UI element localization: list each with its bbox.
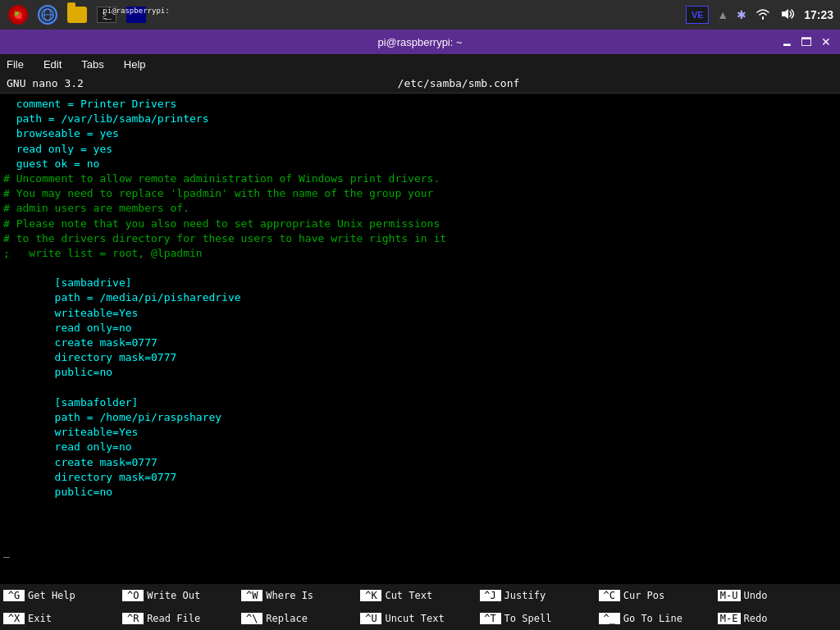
shortcut-label: To Spell <box>504 613 552 624</box>
editor-line: writeable=Yes <box>0 306 840 321</box>
nano-title-left: GNU nano 3.2 <box>7 77 84 89</box>
shortcut-label: Go To Line <box>623 613 682 624</box>
editor-line: # admin users are members of. <box>0 201 840 216</box>
editor-line: # You may need to replace 'lpadmin' with… <box>0 186 840 201</box>
shortcut-label: Justify <box>504 590 546 601</box>
shortcut-key: ^G <box>3 590 25 601</box>
shortcut-label: Cur Pos <box>623 590 665 601</box>
shortcut-label: Where Is <box>266 590 313 601</box>
terminal-titlebar: pi@raspberrypi: ~ 🗕 🗖 ✕ <box>0 30 840 54</box>
shortcut-label: Get Help <box>28 590 75 601</box>
shortcut-key: ^T <box>480 613 501 624</box>
folder-icon[interactable] <box>66 3 89 26</box>
shortcut-row-1: ^GGet Help^OWrite Out^WWhere Is^KCut Tex… <box>0 584 840 607</box>
up-arrow-icon: ▲ <box>717 8 728 21</box>
minimize-button[interactable]: 🗕 <box>779 34 794 49</box>
editor-line: comment = Printer Drivers <box>0 97 840 112</box>
editor-line: create mask=0777 <box>0 336 840 350</box>
shortcut-item[interactable]: ^TTo Spell <box>480 613 599 624</box>
bluetooth-icon: ✱ <box>737 8 746 21</box>
editor-line: path = /var/lib/samba/printers <box>0 112 840 126</box>
editor-line <box>0 261 840 276</box>
editor-line: writeable=Yes <box>0 425 840 440</box>
shortcut-item[interactable]: ^XExit <box>3 613 122 624</box>
shortcut-item[interactable]: ^UUncut Text <box>360 613 479 624</box>
editor-line: [sambadrive] <box>0 276 840 290</box>
maximize-button[interactable]: 🗖 <box>799 34 814 49</box>
editor-area[interactable]: comment = Printer Drivers path = /var/li… <box>0 94 840 584</box>
shortcut-label: Undo <box>744 590 768 601</box>
editor-line: _ <box>0 545 840 559</box>
editor-line: browseable = yes <box>0 126 840 141</box>
shortcut-key: ^X <box>3 613 25 624</box>
menu-tabs[interactable]: Tabs <box>78 58 107 71</box>
shortcut-key: ^\ <box>241 613 262 624</box>
editor-line: path = /home/pi/raspsharey <box>0 410 840 425</box>
clock: 17:23 <box>804 8 833 21</box>
shortcut-key: ^J <box>480 590 501 601</box>
editor-line <box>0 529 840 544</box>
editor-line: read only=no <box>0 440 840 454</box>
editor-line <box>0 514 840 529</box>
shortcut-key: ^U <box>360 613 381 624</box>
editor-line: path = /media/pi/pisharedrive <box>0 290 840 305</box>
shortcut-item[interactable]: ^RRead File <box>122 613 241 624</box>
raspberry-icon[interactable]: 🍓 <box>7 3 30 26</box>
shortcut-label: Replace <box>266 613 308 624</box>
terminal-blue-icon[interactable]: pi@raspberrypi: ~ <box>125 3 148 26</box>
terminal-window: pi@raspberrypi: ~ 🗕 🗖 ✕ File Edit Tabs H… <box>0 30 840 630</box>
shortcut-row-2: ^XExit^RRead File^\Replace^UUncut Text^T… <box>0 607 840 630</box>
volume-icon <box>779 7 796 23</box>
shortcut-label: Write Out <box>147 590 200 601</box>
close-button[interactable]: ✕ <box>819 34 833 49</box>
shortcut-item[interactable]: ^\Replace <box>241 613 360 624</box>
shortcut-key: ^R <box>122 613 144 624</box>
window-title: pi@raspberrypi: ~ <box>377 36 462 48</box>
shortcut-label: Redo <box>744 613 768 624</box>
shortcut-item[interactable]: ^JJustify <box>480 590 599 601</box>
shortcut-item[interactable]: ^CCur Pos <box>599 590 718 601</box>
shortcut-item[interactable]: ^KCut Text <box>360 590 479 601</box>
editor-line: directory mask=0777 <box>0 350 840 365</box>
editor-line <box>0 500 840 514</box>
nano-filename: /etc/samba/smb.conf <box>398 77 520 89</box>
menu-file[interactable]: File <box>3 58 27 71</box>
editor-line: # Please note that you also need to set … <box>0 217 840 231</box>
shortcut-key: ^W <box>241 590 262 601</box>
shortcut-key: ^C <box>599 590 620 601</box>
shortcut-item[interactable]: M-ERedo <box>718 613 837 624</box>
wifi-icon <box>755 7 771 23</box>
taskbar: 🍓 >_ pi@raspberrypi: ~ VE ▲ ✱ <box>0 0 840 30</box>
globe-icon[interactable] <box>36 3 59 26</box>
menu-edit[interactable]: Edit <box>40 58 65 71</box>
editor-line: [sambafolder] <box>0 395 840 410</box>
shortcut-key: ^K <box>360 590 381 601</box>
shortcut-label: Exit <box>28 613 52 624</box>
shortcut-label: Read File <box>147 613 200 624</box>
shortcut-label: Cut Text <box>385 590 432 601</box>
editor-line: directory mask=0777 <box>0 470 840 485</box>
shortcut-item[interactable]: ^GGet Help <box>3 590 122 601</box>
shortcut-item[interactable]: ^WWhere Is <box>241 590 360 601</box>
editor-line: create mask=0777 <box>0 455 840 470</box>
editor-line: public=no <box>0 365 840 380</box>
shortcut-key: ^_ <box>599 613 620 624</box>
editor-line: public=no <box>0 485 840 500</box>
terminal-label: pi@raspberrypi: ~ <box>103 7 169 23</box>
shortcut-label: Uncut Text <box>385 613 444 624</box>
shortcut-item[interactable]: ^OWrite Out <box>122 590 241 601</box>
editor-line: guest ok = no <box>0 157 840 171</box>
window-controls: 🗕 🗖 ✕ <box>779 34 833 49</box>
menu-help[interactable]: Help <box>121 58 149 71</box>
nano-header: GNU nano 3.2 /etc/samba/smb.conf <box>0 74 840 94</box>
editor-line: # Uncomment to allow remote administrati… <box>0 171 840 186</box>
shortcut-key: ^O <box>122 590 144 601</box>
shortcut-item[interactable]: M-UUndo <box>718 590 837 601</box>
ve-icon: VE <box>686 6 709 24</box>
editor-line <box>0 381 840 395</box>
editor-line: ; write list = root, @lpadmin <box>0 246 840 261</box>
shortcut-bar: ^GGet Help^OWrite Out^WWhere Is^KCut Tex… <box>0 584 840 630</box>
shortcut-item[interactable]: ^_Go To Line <box>599 613 718 624</box>
editor-line: # to the drivers directory for these use… <box>0 231 840 246</box>
shortcut-key: M-U <box>718 590 741 601</box>
